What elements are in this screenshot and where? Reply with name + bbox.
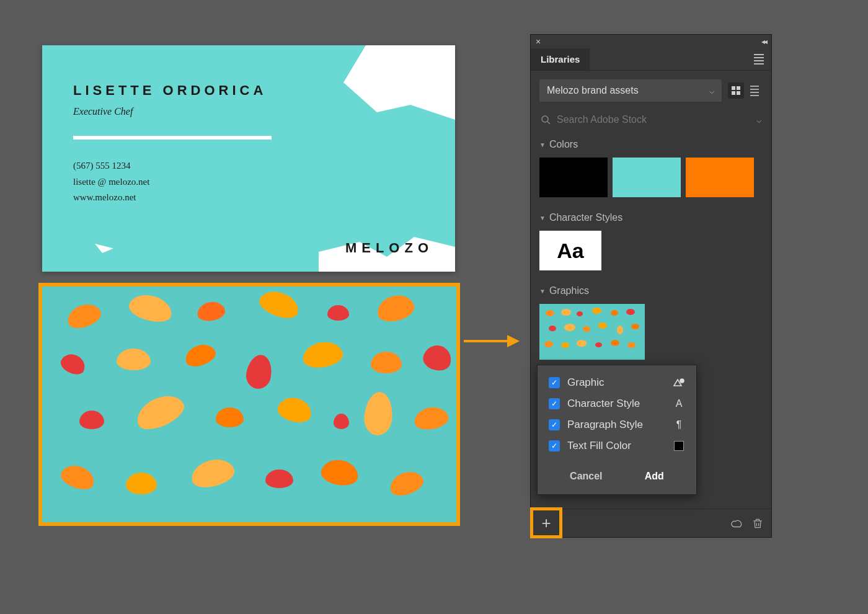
search-dropdown-icon[interactable]: ⌵ — [756, 115, 761, 125]
section-colors-header[interactable]: ▼ Colors — [539, 134, 763, 155]
svg-line-1 — [547, 122, 550, 124]
checkbox-text-fill-color[interactable]: ✓ — [549, 440, 560, 452]
list-view-button[interactable] — [746, 82, 763, 99]
triangle-down-icon: ▼ — [539, 288, 546, 295]
checkbox-paragraph-style[interactable]: ✓ — [549, 419, 560, 430]
search-input[interactable] — [557, 114, 750, 125]
tear-shape-top — [343, 45, 455, 120]
panel-menu-icon[interactable] — [746, 48, 771, 70]
svg-point-2 — [680, 379, 684, 383]
fleck-shape — [95, 244, 113, 253]
business-card-artwork: LISETTE ORDORICA Executive Chef (567) 55… — [42, 45, 455, 272]
character-style-type-icon: A — [673, 398, 685, 410]
popup-label-graphic: Graphic — [567, 376, 665, 389]
section-graphics-header[interactable]: ▼ Graphics — [539, 280, 763, 301]
collapse-icon[interactable]: ◂◂ — [761, 37, 766, 46]
character-style-item[interactable]: Aa — [539, 231, 601, 270]
triangle-down-icon: ▼ — [539, 141, 546, 148]
card-email: lisette @ melozo.net — [73, 174, 272, 190]
section-character-styles-label: Character Styles — [549, 212, 622, 223]
section-colors-label: Colors — [549, 139, 578, 150]
section-character-styles-header[interactable]: ▼ Character Styles — [539, 207, 763, 228]
card-logo: MELOZO — [345, 240, 433, 256]
paragraph-style-type-icon: ¶ — [673, 419, 685, 431]
selected-image-peppers[interactable] — [38, 283, 460, 526]
chevron-down-icon: ⌵ — [709, 86, 714, 96]
svg-point-0 — [542, 116, 548, 122]
popup-label-paragraph-style: Paragraph Style — [567, 419, 665, 431]
checkbox-character-style[interactable]: ✓ — [549, 398, 560, 409]
card-phone: (567) 555 1234 — [73, 158, 272, 174]
annotation-arrow — [464, 335, 520, 347]
creative-cloud-icon[interactable] — [730, 517, 744, 530]
close-icon[interactable]: × — [536, 37, 541, 47]
color-swatch-black[interactable] — [539, 158, 608, 197]
popup-label-character-style: Character Style — [567, 398, 665, 410]
tab-libraries[interactable]: Libraries — [531, 48, 590, 70]
card-divider — [73, 136, 272, 140]
card-website: www.melozo.net — [73, 190, 272, 206]
section-graphics-label: Graphics — [549, 285, 589, 296]
library-selector[interactable]: Melozo brand assets ⌵ — [539, 79, 722, 102]
card-name: LISETTE ORDORICA — [73, 82, 272, 99]
color-swatch-teal[interactable] — [613, 158, 681, 197]
card-job-title: Executive Chef — [73, 106, 272, 117]
library-selected-name: Melozo brand assets — [547, 85, 639, 96]
graphic-item-peppers[interactable] — [539, 304, 645, 360]
search-icon — [541, 115, 551, 125]
trash-icon[interactable] — [751, 517, 764, 530]
plus-icon: + — [541, 514, 551, 533]
add-content-button[interactable]: + — [530, 507, 562, 538]
fill-color-swatch-icon — [673, 440, 685, 452]
add-button[interactable]: Add — [640, 468, 669, 484]
graphic-type-icon — [673, 376, 685, 389]
checkbox-graphic[interactable]: ✓ — [549, 377, 560, 388]
cancel-button[interactable]: Cancel — [565, 468, 607, 484]
popup-label-text-fill-color: Text Fill Color — [567, 440, 665, 452]
triangle-down-icon: ▼ — [539, 215, 546, 221]
grid-view-button[interactable] — [728, 82, 744, 99]
add-asset-popup: ✓ Graphic ✓ Character Style A ✓ Paragrap… — [537, 365, 697, 495]
color-swatch-orange[interactable] — [686, 158, 754, 197]
